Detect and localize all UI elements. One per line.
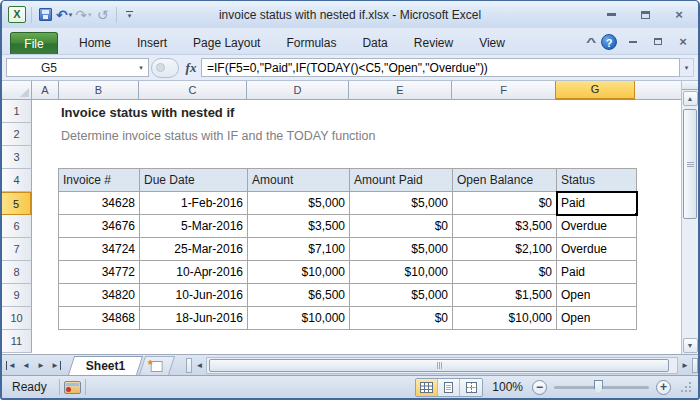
- cell-c5[interactable]: 1-Feb-2016: [140, 192, 248, 215]
- row-header-6[interactable]: 6: [2, 215, 32, 238]
- sheet-tab-sheet1[interactable]: Sheet1: [68, 356, 144, 375]
- fill-handle[interactable]: [634, 212, 637, 215]
- cell-c10[interactable]: 18-Jun-2016: [140, 307, 248, 330]
- column-header-e[interactable]: E: [349, 81, 452, 100]
- close-button[interactable]: ×: [666, 7, 692, 22]
- zoom-slider-track[interactable]: [554, 386, 649, 389]
- cell-d8[interactable]: $10,000: [248, 261, 350, 284]
- cell-f9[interactable]: $1,500: [453, 284, 557, 307]
- horizontal-scroll-track[interactable]: [206, 357, 678, 374]
- row-header-1[interactable]: 1: [2, 100, 32, 123]
- column-header-b[interactable]: B: [59, 81, 139, 100]
- cell-c8[interactable]: 10-Apr-2016: [140, 261, 248, 284]
- scroll-up-button[interactable]: ▲: [683, 91, 698, 106]
- scroll-down-button[interactable]: ▼: [683, 338, 698, 353]
- zoom-level[interactable]: 100%: [492, 380, 523, 394]
- next-sheet-button[interactable]: ►: [34, 357, 48, 373]
- cell-b9[interactable]: 34820: [59, 284, 140, 307]
- header-due-date[interactable]: Due Date: [140, 169, 248, 192]
- cell-g10[interactable]: Open: [557, 307, 637, 330]
- cell-c7[interactable]: 25-Mar-2016: [140, 238, 248, 261]
- worksheet-subtitle-cell[interactable]: Determine invoice status with IF and the…: [61, 126, 376, 149]
- cell-b10[interactable]: 34868: [59, 307, 140, 330]
- horizontal-split-box[interactable]: [692, 358, 698, 373]
- page-layout-view-button[interactable]: [438, 379, 460, 396]
- column-header-g-selected[interactable]: G: [555, 81, 635, 100]
- row-header-11[interactable]: 11: [2, 330, 32, 353]
- row-header-4[interactable]: 4: [2, 169, 32, 192]
- expand-formula-bar-button[interactable]: ▾: [680, 58, 694, 77]
- tab-page-layout[interactable]: Page Layout: [180, 32, 273, 54]
- cell-g6[interactable]: Overdue: [557, 215, 637, 238]
- cell-d5[interactable]: $5,000: [248, 192, 350, 215]
- resize-grip[interactable]: [680, 381, 692, 393]
- scroll-left-button[interactable]: ◄: [192, 357, 206, 373]
- sheet-canvas[interactable]: Invoice status with nested if Determine …: [32, 100, 681, 354]
- customize-qat-button[interactable]: ▾: [122, 6, 138, 24]
- cell-e8[interactable]: $10,000: [350, 261, 453, 284]
- tab-formulas[interactable]: Formulas: [273, 32, 349, 54]
- normal-view-button[interactable]: [416, 379, 438, 396]
- zoom-in-button[interactable]: +: [656, 380, 671, 395]
- active-cell-g5[interactable]: Paid: [557, 192, 637, 215]
- column-header-f[interactable]: F: [452, 81, 556, 100]
- cell-b5[interactable]: 34628: [59, 192, 140, 215]
- cell-g9[interactable]: Open: [557, 284, 637, 307]
- cell-d7[interactable]: $7,100: [248, 238, 350, 261]
- help-button[interactable]: ?: [601, 34, 617, 50]
- insert-worksheet-button[interactable]: [139, 356, 175, 375]
- vertical-scroll-track[interactable]: [682, 107, 698, 337]
- tab-data[interactable]: Data: [349, 32, 400, 54]
- zoom-out-button[interactable]: −: [532, 380, 547, 395]
- tab-home[interactable]: Home: [66, 32, 124, 54]
- last-sheet-button[interactable]: ►: [49, 357, 63, 373]
- undo-button[interactable]: ↶ ▾: [56, 6, 72, 24]
- cell-e10[interactable]: $0: [350, 307, 453, 330]
- column-header-a[interactable]: A: [32, 81, 59, 100]
- tab-review[interactable]: Review: [401, 32, 466, 54]
- row-header-5-selected[interactable]: 5: [2, 192, 32, 215]
- cell-e5[interactable]: $5,000: [350, 192, 453, 215]
- cell-f10[interactable]: $10,000: [453, 307, 557, 330]
- column-header-c[interactable]: C: [139, 81, 247, 100]
- insert-function-button[interactable]: fx: [181, 58, 201, 78]
- cell-f8[interactable]: $0: [453, 261, 557, 284]
- cell-d10[interactable]: $10,000: [248, 307, 350, 330]
- row-header-2[interactable]: 2: [2, 123, 32, 146]
- select-all-corner[interactable]: [2, 81, 32, 100]
- cell-f7[interactable]: $2,100: [453, 238, 557, 261]
- header-status[interactable]: Status: [557, 169, 637, 192]
- row-header-8[interactable]: 8: [2, 261, 32, 284]
- header-amount-paid[interactable]: Amount Paid: [350, 169, 453, 192]
- cell-b7[interactable]: 34724: [59, 238, 140, 261]
- minimize-button[interactable]: [598, 7, 624, 22]
- save-button[interactable]: [37, 6, 53, 24]
- workbook-minimize-button[interactable]: [624, 35, 642, 48]
- horizontal-scroll-thumb[interactable]: [209, 359, 669, 372]
- cell-c6[interactable]: 5-Mar-2016: [140, 215, 248, 238]
- cell-e9[interactable]: $5,000: [350, 284, 453, 307]
- workbook-close-button[interactable]: ×: [674, 35, 692, 48]
- first-sheet-button[interactable]: ◄: [4, 357, 18, 373]
- scroll-right-button[interactable]: ►: [678, 357, 692, 373]
- row-header-7[interactable]: 7: [2, 238, 32, 261]
- row-header-3[interactable]: 3: [2, 146, 32, 169]
- cell-d6[interactable]: $3,500: [248, 215, 350, 238]
- minimize-ribbon-icon[interactable]: ^: [586, 36, 596, 48]
- record-macro-icon[interactable]: [64, 381, 81, 394]
- redo-button[interactable]: ↷ ▾: [75, 6, 91, 24]
- cell-e6[interactable]: $0: [350, 215, 453, 238]
- vertical-scroll-thumb[interactable]: [683, 109, 697, 219]
- row-header-10[interactable]: 10: [2, 307, 32, 330]
- cell-f6[interactable]: $3,500: [453, 215, 557, 238]
- cell-f5[interactable]: $0: [453, 192, 557, 215]
- cell-b6[interactable]: 34676: [59, 215, 140, 238]
- tab-file[interactable]: File: [10, 32, 58, 54]
- cell-g8[interactable]: Paid: [557, 261, 637, 284]
- cell-b8[interactable]: 34772: [59, 261, 140, 284]
- vertical-scrollbar[interactable]: ▲ ▼: [681, 81, 698, 354]
- column-header-d[interactable]: D: [247, 81, 349, 100]
- cell-e7[interactable]: $5,000: [350, 238, 453, 261]
- worksheet-title-cell[interactable]: Invoice status with nested if: [61, 103, 234, 126]
- page-break-preview-button[interactable]: [460, 379, 482, 396]
